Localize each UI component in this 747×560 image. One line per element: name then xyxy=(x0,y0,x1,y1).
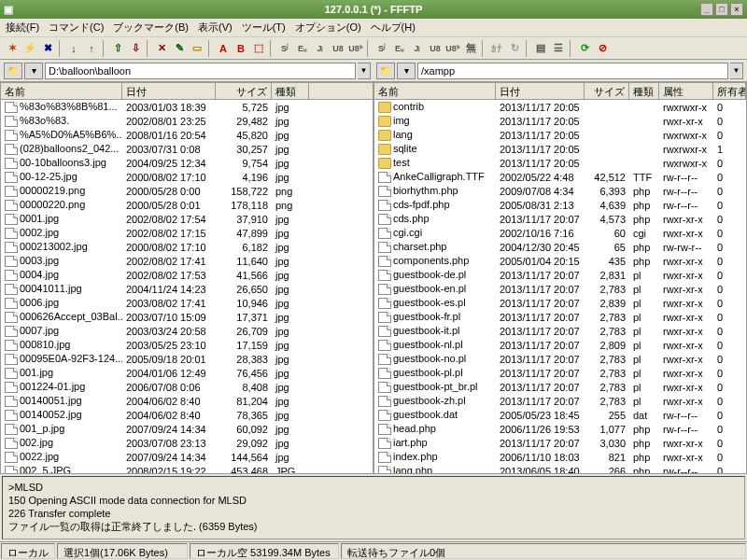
local-col-type[interactable]: 種類 xyxy=(272,83,309,99)
file-row[interactable]: 000626Accept_03Bal...2003/07/10 15:0917,… xyxy=(1,310,373,324)
file-row[interactable]: guestbook-it.pl2013/11/17 20:072,783plrw… xyxy=(374,324,746,338)
file-row[interactable]: %83o%83%8B%81...2003/01/03 18:395,725jpg xyxy=(1,100,373,114)
remote-drive-button[interactable]: ▾ xyxy=(397,63,416,79)
file-row[interactable]: index.php2006/11/10 18:03821phprwxr-xr-x… xyxy=(374,450,746,464)
remote-col-type[interactable]: 種類 xyxy=(629,83,659,99)
ascii-mode-icon[interactable]: A xyxy=(215,40,232,57)
utf8bom-recv-icon[interactable]: U8ᵇ xyxy=(444,40,461,57)
local-col-name[interactable]: 名前 xyxy=(1,83,122,99)
menu-view[interactable]: 表示(V) xyxy=(198,21,233,35)
file-row[interactable]: 002.jpg2003/07/08 23:1329,092jpg xyxy=(1,436,373,450)
remote-up-button[interactable]: 📁 xyxy=(376,63,395,79)
file-row[interactable]: 00000219.png2000/05/28 0:00158,722png xyxy=(1,184,373,198)
disconnect-icon[interactable]: ✖ xyxy=(39,40,56,57)
list-icon[interactable]: ▤ xyxy=(532,40,549,57)
file-row[interactable]: (028)balloons2_042...2003/07/31 0:0830,2… xyxy=(1,142,373,156)
local-col-date[interactable]: 日付 xyxy=(122,83,216,99)
file-row[interactable]: 00-12-25.jpg2000/08/02 17:104,196jpg xyxy=(1,170,373,184)
delete-icon[interactable]: ✕ xyxy=(153,40,170,57)
remote-col-attr[interactable]: 属性 xyxy=(659,83,713,99)
file-row[interactable]: 000810.jpg2003/05/25 23:1017,159jpg xyxy=(1,338,373,352)
sjis-recv-icon[interactable]: Sʲ xyxy=(374,40,390,57)
kana-icon[interactable]: ｶﾅ xyxy=(488,40,505,57)
jis-recv-icon[interactable]: Jᵢ xyxy=(409,40,426,57)
binary-mode-icon[interactable]: B xyxy=(233,40,249,57)
mkdir-icon[interactable]: ▭ xyxy=(189,40,205,57)
file-row[interactable]: %A5%D0%A5%B6%...2008/01/16 20:5445,820jp… xyxy=(1,128,373,142)
remote-col-date[interactable]: 日付 xyxy=(496,83,585,99)
mirror-upload-icon[interactable]: ⇩ xyxy=(127,40,144,57)
file-row[interactable]: 00140052.jpg2004/06/02 8:4078,365jpg xyxy=(1,408,373,422)
minimize-button[interactable]: _ xyxy=(700,3,713,16)
menu-help[interactable]: ヘルプ(H) xyxy=(371,21,416,35)
file-row[interactable]: contrib2013/11/17 20:05rwxrwxr-x0 xyxy=(374,100,746,114)
file-row[interactable]: guestbook-pl.pl2013/11/17 20:072,783plrw… xyxy=(374,366,746,380)
file-row[interactable]: guestbook-de.pl2013/11/17 20:072,831plrw… xyxy=(374,268,746,282)
file-row[interactable]: 0022.jpg2007/09/24 14:34144,564jpg xyxy=(1,450,373,464)
quick-connect-icon[interactable]: ⚡ xyxy=(21,40,38,57)
file-row[interactable]: 00095E0A-92F3-124...2005/09/18 20:0128,3… xyxy=(1,352,373,366)
remote-file-list[interactable]: contrib2013/11/17 20:05rwxrwxr-x0img2013… xyxy=(374,100,746,473)
sync-icon[interactable]: ⟳ xyxy=(576,40,593,57)
file-row[interactable]: biorhythm.php2009/07/08 4:346,393phprw-r… xyxy=(374,184,746,198)
file-row[interactable]: guestbook-en.pl2013/11/17 20:072,783plrw… xyxy=(374,282,746,296)
auto-mode-icon[interactable]: ⬚ xyxy=(250,40,267,57)
menu-bookmark[interactable]: ブックマーク(B) xyxy=(113,21,189,35)
upload-icon[interactable]: ↑ xyxy=(83,40,100,57)
utf8bom-send-icon[interactable]: U8ᵇ xyxy=(347,40,364,57)
menu-option[interactable]: オプション(O) xyxy=(295,21,361,35)
file-row[interactable]: 0004.jpg2002/08/02 17:5341,566jpg xyxy=(1,268,373,282)
file-row[interactable]: 001.jpg2004/01/06 12:4976,456jpg xyxy=(1,366,373,380)
file-row[interactable]: lang.php2013/06/05 18:40266phprw-r--r--0 xyxy=(374,464,746,473)
remote-path-dropdown[interactable]: ▼ xyxy=(730,63,743,79)
file-row[interactable]: 00041011.jpg2004/11/24 14:2326,650jpg xyxy=(1,282,373,296)
file-row[interactable]: head.php2006/11/26 19:531,077phprw-r--r-… xyxy=(374,422,746,436)
file-row[interactable]: cgi.cgi2002/10/16 7:1660cgirwxr-xr-x0 xyxy=(374,226,746,240)
menu-command[interactable]: コマンド(C) xyxy=(49,21,104,35)
refresh-icon[interactable]: ↻ xyxy=(506,40,523,57)
menu-connect[interactable]: 接続(F) xyxy=(6,21,39,35)
file-row[interactable]: 00140051.jpg2004/06/02 8:4081,204jpg xyxy=(1,394,373,408)
utf8-recv-icon[interactable]: U8 xyxy=(427,40,444,57)
file-row[interactable]: 0003.jpg2002/08/02 17:4111,640jpg xyxy=(1,254,373,268)
file-row[interactable]: 0001.jpg2002/08/02 17:5437,910jpg xyxy=(1,212,373,226)
local-drive-button[interactable]: ▾ xyxy=(24,63,43,79)
detail-icon[interactable]: ☰ xyxy=(550,40,567,57)
euc-send-icon[interactable]: Eᵤ xyxy=(294,40,311,57)
remote-col-size[interactable]: サイズ xyxy=(585,83,629,99)
local-col-size[interactable]: サイズ xyxy=(216,83,272,99)
file-row[interactable]: iart.php2013/11/17 20:073,030phprwxr-xr-… xyxy=(374,436,746,450)
file-row[interactable]: 001224-01.jpg2006/07/08 0:068,408jpg xyxy=(1,380,373,394)
file-row[interactable]: %83o%83.2002/08/01 23:2529,482jpg xyxy=(1,114,373,128)
file-row[interactable]: 0002.jpg2002/08/02 17:1547,899jpg xyxy=(1,226,373,240)
file-row[interactable]: 000213002.jpg2000/08/02 17:106,182jpg xyxy=(1,240,373,254)
remote-col-name[interactable]: 名前 xyxy=(374,83,496,99)
stop-icon[interactable]: ⊘ xyxy=(594,40,611,57)
file-row[interactable]: guestbook-no.pl2013/11/17 20:072,783plrw… xyxy=(374,352,746,366)
file-row[interactable]: charset.php2004/12/30 20:4565phprw-rw-r-… xyxy=(374,240,746,254)
file-row[interactable]: guestbook-zh.pl2013/11/17 20:072,783plrw… xyxy=(374,394,746,408)
file-row[interactable]: lang2013/11/17 20:05rwxrwxr-x0 xyxy=(374,128,746,142)
log-panel[interactable]: >MLSD150 Opening ASCII mode data connect… xyxy=(2,476,745,539)
menu-tool[interactable]: ツール(T) xyxy=(242,21,286,35)
file-row[interactable]: guestbook-fr.pl2013/11/17 20:072,783plrw… xyxy=(374,310,746,324)
euc-recv-icon[interactable]: Eᵤ xyxy=(391,40,408,57)
file-row[interactable]: 00000220.png2000/05/28 0:01178,118png xyxy=(1,198,373,212)
file-row[interactable]: components.php2005/01/04 20:15435phprwxr… xyxy=(374,254,746,268)
local-up-button[interactable]: 📁 xyxy=(4,63,22,79)
mirror-download-icon[interactable]: ⇧ xyxy=(109,40,126,57)
file-row[interactable]: guestbook-es.pl2013/11/17 20:072,839plrw… xyxy=(374,296,746,310)
sjis-send-icon[interactable]: Sʲ xyxy=(276,40,293,57)
utf8-send-icon[interactable]: U8 xyxy=(330,40,346,57)
file-row[interactable]: guestbook.dat2005/05/23 18:45255datrw-r-… xyxy=(374,408,746,422)
file-row[interactable]: img2013/11/17 20:05rwxr-xr-x0 xyxy=(374,114,746,128)
maximize-button[interactable]: □ xyxy=(715,3,728,16)
connect-icon[interactable]: ✶ xyxy=(4,40,21,57)
file-row[interactable]: 00-10balloons3.jpg2004/09/25 12:349,754j… xyxy=(1,156,373,170)
jis-send-icon[interactable]: Jᵢ xyxy=(312,40,329,57)
file-row[interactable]: cds-fpdf.php2005/08/31 2:134,639phprw-r-… xyxy=(374,198,746,212)
local-path-input[interactable] xyxy=(45,63,356,79)
file-row[interactable]: guestbook-pt_br.pl2013/11/17 20:072,783p… xyxy=(374,380,746,394)
local-path-dropdown[interactable]: ▼ xyxy=(358,63,371,79)
file-row[interactable]: 001_p.jpg2007/09/24 14:3460,092jpg xyxy=(1,422,373,436)
